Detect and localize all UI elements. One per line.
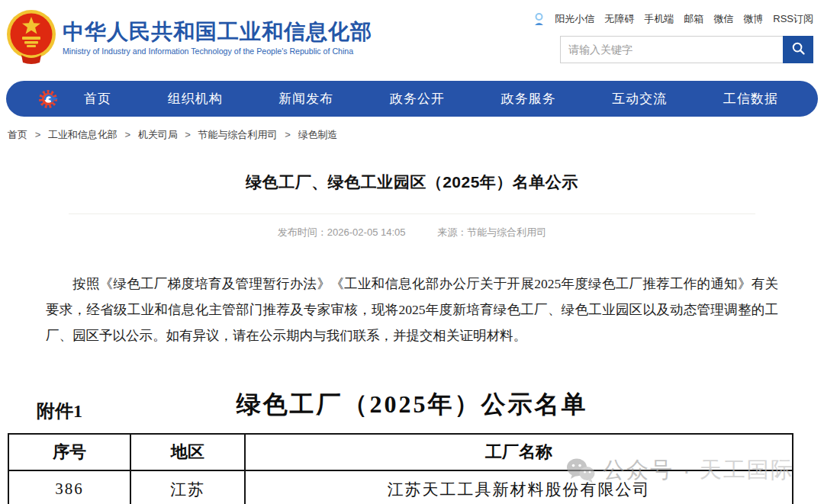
site-subtitle: Ministry of Industry and Information Tec… (63, 47, 372, 56)
article-meta: 发布时间：2026-02-05 14:05 来源：节能与综合利用司 (0, 226, 824, 239)
source-value: 节能与综合利用司 (467, 226, 546, 238)
breadcrumb-separator: > (124, 129, 130, 140)
nav-item-gov-services[interactable]: 政务服务 (497, 87, 561, 111)
breadcrumb-green-manufacturing[interactable]: 绿色制造 (298, 129, 337, 140)
main-navigation: 首页 组织机构 新闻发布 政务公开 政务服务 互动交流 工信数据 (6, 81, 818, 117)
breadcrumb-departments[interactable]: 机关司局 (138, 129, 178, 140)
table-header-factory-name: 工厂名称 (245, 434, 793, 470)
breadcrumb-energy-dept[interactable]: 节能与综合利用司 (198, 129, 278, 140)
header-utilities: 阳光小信 无障碍 手机端 邮箱 微信 微博 RSS订阅 (560, 9, 813, 63)
quick-link-mail[interactable]: 邮箱 (684, 12, 703, 26)
table-row: 386 江苏 江苏天工工具新材料股份有限公司 (8, 470, 793, 504)
attachment-document: 附件1 绿色工厂（2025年）公示名单 序号 地区 工厂名称 386 江苏 江苏… (0, 388, 824, 504)
green-factory-table: 序号 地区 工厂名称 386 江苏 江苏天工工具新材料股份有限公司 (8, 433, 793, 504)
source-label: 来源： (437, 226, 467, 238)
breadcrumb: 首页 > 工业和信息化部 > 机关司局 > 节能与综合利用司 > 绿色制造 (0, 117, 824, 142)
nav-item-data[interactable]: 工信数据 (719, 87, 783, 111)
breadcrumb-separator: > (285, 129, 291, 140)
table-header-row: 序号 地区 工厂名称 (8, 434, 793, 470)
site-brand: 中华人民共和国工业和信息化部 Ministry of Industry and … (6, 9, 372, 64)
quick-link-weibo[interactable]: 微博 (743, 12, 763, 26)
cell-factory-name: 江苏天工工具新材料股份有限公司 (245, 470, 793, 504)
breadcrumb-separator: > (35, 129, 41, 140)
breadcrumb-home[interactable]: 首页 (8, 129, 27, 140)
quick-link-sunshine[interactable]: 阳光小信 (555, 12, 594, 26)
national-emblem-icon (6, 9, 56, 64)
cell-region: 江苏 (130, 470, 245, 504)
search-bar (560, 36, 813, 63)
attachment-title: 绿色工厂（2025年）公示名单 (0, 388, 824, 422)
table-header-region: 地区 (130, 434, 245, 470)
quick-link-accessibility[interactable]: 无障碍 (604, 12, 634, 26)
breadcrumb-miit[interactable]: 工业和信息化部 (48, 129, 117, 140)
site-header: 中华人民共和国工业和信息化部 Ministry of Industry and … (0, 0, 824, 76)
quick-link-rss[interactable]: RSS订阅 (773, 12, 813, 26)
quick-link-wechat[interactable]: 微信 (713, 12, 733, 26)
miit-gear-logo-icon (38, 88, 60, 110)
search-button[interactable] (783, 36, 813, 63)
mascot-icon (533, 12, 545, 26)
nav-item-home[interactable]: 首页 (79, 87, 116, 111)
site-title: 中华人民共和国工业和信息化部 (63, 18, 372, 45)
table-header-no: 序号 (8, 434, 130, 470)
search-input[interactable] (560, 36, 783, 63)
publish-time: 2026-02-05 14:05 (327, 226, 406, 238)
nav-item-gov-disclosure[interactable]: 政务公开 (385, 87, 449, 111)
nav-items: 首页 组织机构 新闻发布 政务公开 政务服务 互动交流 工信数据 (79, 87, 783, 111)
quick-link-mobile[interactable]: 手机端 (644, 12, 674, 26)
nav-item-news[interactable]: 新闻发布 (274, 87, 338, 111)
attachment-label: 附件1 (37, 399, 82, 423)
title-divider (69, 213, 755, 214)
quick-links: 阳光小信 无障碍 手机端 邮箱 微信 微博 RSS订阅 (560, 12, 813, 26)
nav-item-organization[interactable]: 组织机构 (163, 87, 227, 111)
article-body: 按照《绿色工厂梯度培育及管理暂行办法》《工业和信息化部办公厅关于开展2025年度… (46, 271, 778, 348)
article-title: 绿色工厂、绿色工业园区（2025年）名单公示 (0, 172, 824, 193)
cell-serial-number: 386 (8, 470, 130, 504)
search-icon (791, 41, 806, 58)
breadcrumb-separator: > (185, 129, 191, 140)
nav-item-interaction[interactable]: 互动交流 (607, 87, 671, 111)
publish-time-label: 发布时间： (278, 226, 327, 238)
